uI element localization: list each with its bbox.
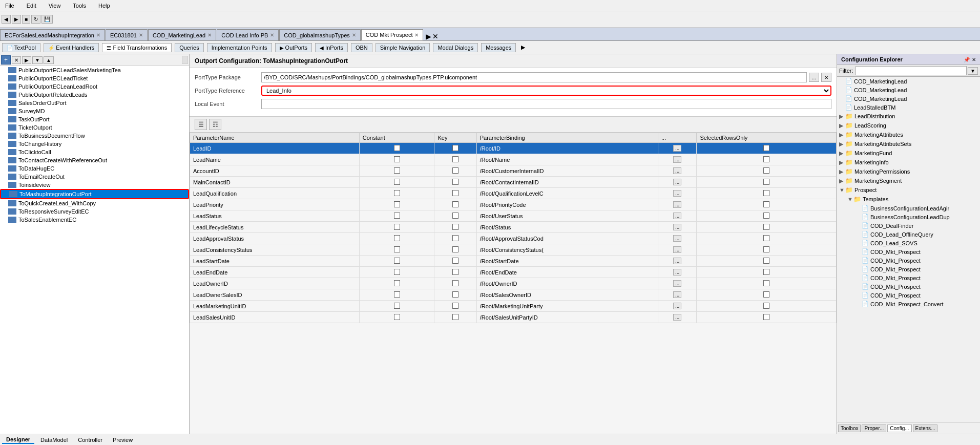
ellipsis-btn[interactable]: ... [673,190,681,197]
cell-key[interactable] [434,312,476,323]
tree-item[interactable]: ▶📁MarketingAttributes [837,130,980,139]
constant-checkbox[interactable] [394,314,400,320]
cell-selected-only[interactable] [697,222,837,233]
key-checkbox[interactable] [452,291,458,298]
table-row[interactable]: LeadSalesUnitID /Root/SalesUnitPartyID .… [190,312,837,323]
tab-MktProspect[interactable]: COD Mkt Prospect ✕ [361,29,424,40]
cell-selected-only[interactable] [697,278,837,289]
table-row[interactable]: LeadQualification /Root/QualificationLev… [190,188,837,199]
constant-checkbox[interactable] [394,190,400,196]
selected-rows-checkbox[interactable] [763,314,769,320]
cell-selected-only[interactable] [697,233,837,244]
key-checkbox[interactable] [452,201,458,207]
cell-constant[interactable] [359,154,434,165]
cell-key[interactable] [434,301,476,312]
cell-ellipsis[interactable]: ... [658,143,696,154]
list-item[interactable]: TicketOutport [0,123,189,132]
tree-item[interactable]: ▶📁MarketingInfo [837,158,980,167]
list-item[interactable]: SalesOrderOutPort [0,99,189,107]
ellipsis-btn[interactable]: ... [673,258,681,264]
tree-item[interactable]: 📄COD_Mkt_Prospect [837,273,980,282]
bottom-tab-datamodel[interactable]: DataModel [36,436,72,443]
list-item[interactable]: PublicOutportECLeadSalesMarketingTea [0,66,189,74]
table-delete-btn[interactable]: ☶ [209,119,221,130]
tree-expand-icon[interactable]: ▶ [839,178,845,184]
key-checkbox[interactable] [452,190,458,196]
cell-constant[interactable] [359,222,434,233]
nav-tab-outports[interactable]: ▶ OutPorts [275,43,312,52]
cell-constant[interactable] [359,165,434,177]
cell-key[interactable] [434,222,476,233]
bottom-tab-designer[interactable]: Designer [2,436,34,444]
toolbar-btn-1[interactable]: ◀ [2,15,11,24]
list-item-tomashup[interactable]: ToMashupIntegrationOutPort [0,189,189,199]
list-item[interactable]: ToEmailCreateOut [0,173,189,181]
toolbox-tab[interactable]: Toolbox [838,425,861,432]
ellipsis-btn[interactable]: ... [673,269,681,276]
list-item[interactable]: ToSalesEnablementEC [0,216,189,224]
table-row[interactable]: LeadOwnerID /Root/OwnerID ... [190,278,837,289]
tree-item[interactable]: 📄COD_Mkt_Prospect [837,247,980,256]
cell-ellipsis[interactable]: ... [658,267,696,278]
tree-item[interactable]: ▼📁Templates [837,195,980,204]
list-item[interactable]: SurveyMD [0,107,189,115]
tree-item[interactable]: 📄BusinessConfigurationLeadAgir [837,204,980,213]
cell-ellipsis[interactable]: ... [658,289,696,301]
cell-key[interactable] [434,199,476,210]
toolbar-btn-3[interactable]: ■ [22,15,30,24]
list-item[interactable]: Toinsideview [0,181,189,189]
table-row[interactable]: LeadStatus /Root/UserStatus ... [190,210,837,222]
porttype-ref-select[interactable]: Lead_Info [261,86,831,96]
tree-item[interactable]: ▶📁MarketingAttributeSets [837,139,980,149]
cell-ellipsis[interactable]: ... [658,312,696,323]
cell-key[interactable] [434,233,476,244]
cell-ellipsis[interactable]: ... [658,199,696,210]
cell-key[interactable] [434,267,476,278]
tree-expand-icon[interactable]: ▼ [847,196,853,202]
cell-selected-only[interactable] [697,199,837,210]
toolbar-btn-5[interactable]: 💾 [41,15,53,24]
constant-checkbox[interactable] [394,246,400,252]
cell-constant[interactable] [359,177,434,188]
key-checkbox[interactable] [452,246,458,252]
ellipsis-btn[interactable]: ... [673,224,681,230]
tab-globalmashup[interactable]: COD_globalmashupTypes ✕ [279,29,360,40]
tree-expand-icon[interactable]: ▶ [839,132,845,138]
key-checkbox[interactable] [452,280,458,286]
ellipsis-btn[interactable]: ... [673,280,681,287]
cell-selected-only[interactable] [697,312,837,323]
cell-ellipsis[interactable]: ... [658,165,696,177]
table-row[interactable]: LeadEndDate /Root/EndDate ... [190,267,837,278]
cell-key[interactable] [434,154,476,165]
cell-constant[interactable] [359,188,434,199]
key-checkbox[interactable] [452,303,458,309]
list-item[interactable]: PublicOutportRelatedLeads [0,91,189,99]
nav-tab-inports[interactable]: ◀ InPorts [315,43,348,52]
selected-rows-checkbox[interactable] [763,291,769,298]
cell-selected-only[interactable] [697,301,837,312]
tree-expand-icon[interactable]: ▶ [839,150,845,157]
ellipsis-btn[interactable]: ... [673,314,681,321]
tab-close-4[interactable]: ✕ [352,32,356,38]
ellipsis-btn[interactable]: ... [673,303,681,309]
menu-view[interactable]: View [46,2,64,10]
constant-checkbox[interactable] [394,258,400,264]
table-row[interactable]: LeadMarketingUnitID /Root/MarketingUnitP… [190,301,837,312]
list-item[interactable]: ToChangeHistory [0,140,189,148]
tree-item[interactable]: 📄COD_MarketingLead [837,86,980,94]
cell-selected-only[interactable] [697,177,837,188]
constant-checkbox[interactable] [394,224,400,230]
selected-rows-checkbox[interactable] [763,190,769,196]
extensions-tab[interactable]: Extens... [913,425,938,432]
nav-scroll[interactable]: ▶ [521,44,525,51]
constant-checkbox[interactable] [394,167,400,174]
config-tab[interactable]: Config... [887,425,911,432]
cell-key[interactable] [434,210,476,222]
tab-close-3[interactable]: ✕ [270,32,274,38]
cell-key[interactable] [434,256,476,267]
tree-item[interactable]: 📄COD_Mkt_Prospect [837,282,980,291]
tree-item[interactable]: ▶📁MarketingPermissions [837,167,980,176]
nav-tab-messages[interactable]: Messages [481,43,516,52]
filter-input[interactable] [856,66,967,75]
bottom-tab-preview[interactable]: Preview [109,436,137,443]
